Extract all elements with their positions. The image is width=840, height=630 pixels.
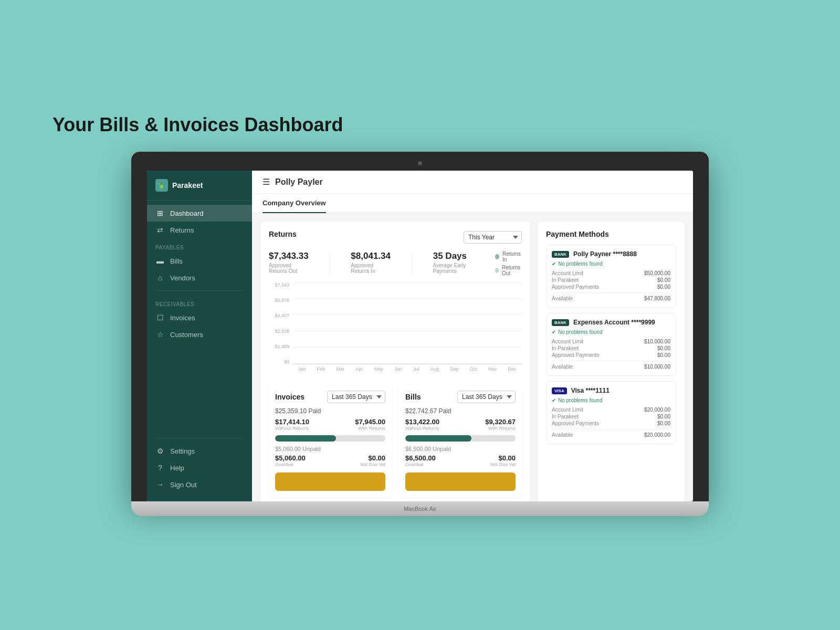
invoices-action-button[interactable] [275,472,385,491]
signout-icon: → [155,480,165,489]
invoices-filter-select[interactable]: Last 365 Days Last 565 Days This Year [327,391,385,403]
sidebar-item-help[interactable]: ? Help [147,459,252,476]
sidebar-item-vendors[interactable]: ⌂ Vendors [147,269,252,286]
bills-progress-bar [405,435,516,442]
laptop-base: MacBook Air [131,501,709,516]
main-content: ☰ Polly Payler Company Overview Returns … [252,171,693,501]
x-label-apr: Apr [355,366,363,377]
approved-in-value: $8,041.34 [351,251,391,261]
pm-row-available-expenses: Available $10,000.00 [552,363,670,370]
pm-header-visa: VISA Visa ****1111 [552,387,670,394]
x-label-jan: Jan [298,366,306,377]
pm-value-available-polly: $47,800.00 [644,296,670,301]
sidebar-label-signout: Sign Out [170,481,197,489]
tab-company-overview[interactable]: Company Overview [262,194,326,213]
help-icon: ? [155,464,165,472]
x-label-feb: Feb [317,366,326,377]
menu-icon[interactable]: ☰ [262,177,270,187]
pm-divider-visa [552,429,670,429]
bills-overdue-label: Overdue [405,462,436,467]
brand-name: Parakeet [172,181,203,190]
stat-divider-2 [412,253,412,274]
bills-unpaid-values: $6,500.00 Overdue $0.00 Not Due Yet [405,454,516,467]
sidebar-item-dashboard[interactable]: ⊞ Dashboard [147,205,252,222]
invoices-with-label: With Returns [355,426,385,431]
legend-item-out: Returns Out [495,265,522,276]
y-label-1: $1,469 [269,344,292,349]
pm-label-approved-polly: Approved Payments [552,284,599,290]
bills-overdue: $6,500.00 Overdue [405,454,436,467]
sidebar-item-bills[interactable]: ▬ Bills [147,253,252,269]
x-label-sep: Sep [450,366,458,377]
pm-label-limit-polly: Account Limit [552,270,583,276]
invoices-overdue: $5,060.00 Overdue [275,454,306,467]
pm-icon-expenses: BANK [552,319,569,326]
bills-title: Bills [405,393,421,401]
sidebar-label-customers: Customers [170,331,203,339]
sidebar-label-returns: Returns [170,226,194,234]
approved-out-value: $7,343.33 [269,251,309,261]
approved-in-label: Approved Returns In [351,262,391,274]
x-label-dec: Dec [508,366,516,377]
invoices-notdue: $0.00 Not Due Yet [360,454,385,467]
sidebar-item-customers[interactable]: ☆ Customers [147,326,252,343]
approved-out-label: Approved Returns Out [269,262,309,274]
invoices-unpaid-values: $5,060.00 Overdue $0.00 Not Due Yet [275,454,385,467]
bills-action-button[interactable] [405,472,516,491]
legend-dot-in [495,254,499,259]
invoices-progress-bar [275,435,385,442]
laptop-screen: 🦜 Parakeet ⊞ Dashboard ⇄ Returns PAYABLE… [147,171,693,501]
sidebar-bottom: ⚙ Settings ? Help → Sign Out [147,434,252,493]
returns-filter-select[interactable]: This Year Last 365 Days Last 30 Days [464,231,522,244]
sidebar: 🦜 Parakeet ⊞ Dashboard ⇄ Returns PAYABLE… [147,171,252,501]
tab-bar: Company Overview [252,194,693,213]
sidebar-item-returns[interactable]: ⇄ Returns [147,222,252,238]
sidebar-brand: 🦜 Parakeet [147,179,252,201]
invoices-paid-total: $25,359.10 Paid [275,407,385,415]
bills-icon: ▬ [155,257,165,265]
pm-status-text-visa: No problems found [558,397,603,403]
pm-status-expenses: ✔ No problems found [552,329,670,335]
pm-icon-visa: VISA [552,387,567,394]
payment-methods-title: Payment Methods [546,230,676,238]
pm-row-limit-visa: Account Limit $20,000.00 [552,406,670,413]
settings-icon: ⚙ [155,447,165,455]
stat-approved-in: $8,041.34 Approved Returns In [351,251,391,274]
bills-without-val: $13,422.00 [405,418,439,426]
sidebar-item-invoices[interactable]: ☐ Invoices [147,309,252,326]
pm-row-available-visa: Available $20,000.00 [552,432,670,438]
bills-without-label: Without Returns [405,426,439,431]
pm-value-limit-polly: $50,000.00 [644,270,670,276]
chart-plot [292,282,522,364]
pm-row-available-polly: Available $47,800.00 [552,295,670,302]
avg-early-label: Average Early Payments [433,262,474,274]
x-label-oct: Oct [470,366,477,377]
invoices-unpaid-total: $5,060.00 Unpaid [275,446,385,452]
bills-with-label: With Returns [485,426,516,431]
pm-row-limit-expenses: Account Limit $10,000.00 [552,338,670,345]
bills-filter-select[interactable]: Last 365 Days Last 565 Days This Year [457,391,516,403]
legend-item-in: Returns In [495,251,522,262]
pm-status-text-expenses: No problems found [558,329,603,335]
payment-methods-card: Payment Methods BANK Polly Payner ****88… [538,222,685,501]
sidebar-item-settings[interactable]: ⚙ Settings [147,443,252,459]
sidebar-divider [155,290,244,291]
invoices-without-returns: $17,414.10 Without Returns [275,418,309,431]
invoices-without-label: Without Returns [275,426,309,431]
pm-row-inparakeet-visa: In Parakeet $0.00 [552,413,670,420]
invoices-overdue-val: $5,060.00 [275,454,306,462]
check-icon-visa: ✔ [552,397,556,403]
invoices-title: Invoices [275,393,304,401]
pm-name-expenses: Expenses Account ****9999 [573,319,655,326]
stat-divider-1 [330,253,330,274]
top-bar: ☰ Polly Payler [252,171,693,194]
bills-overdue-val: $6,500.00 [405,454,436,462]
returns-chart: $0 $1,469 $2,938 $4,407 $5,876 $7,343 [269,282,522,377]
content-area: Returns This Year Last 365 Days Last 30 … [252,213,693,501]
pm-row-inparakeet-polly: In Parakeet $0.00 [552,277,670,284]
sidebar-item-signout[interactable]: → Sign Out [147,476,252,493]
y-label-0: $0 [269,359,292,364]
pm-row-approved-expenses: Approved Payments $0.00 [552,352,670,359]
bills-paid-total: $22,742.67 Paid [405,407,516,415]
invoices-bills-row: Invoices Last 365 Days Last 565 Days Thi… [269,384,522,497]
